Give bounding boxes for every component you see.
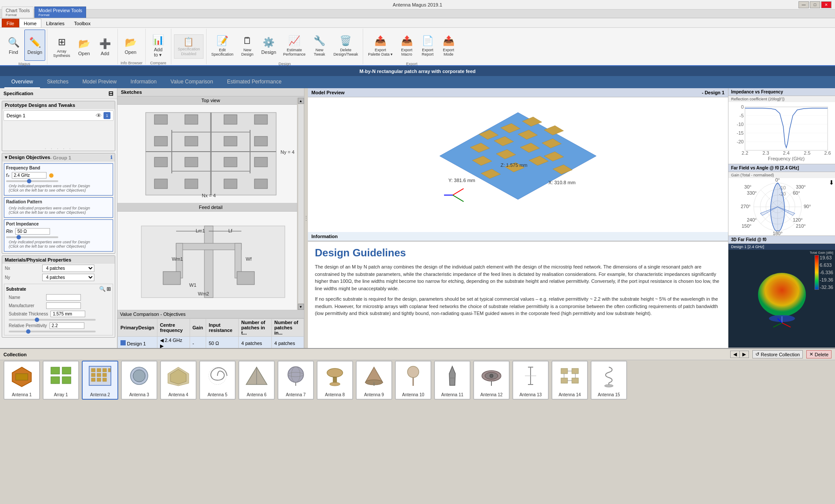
antenna-item-8[interactable]: Antenna 8 [317, 361, 353, 400]
antenna-item-7[interactable]: Antenna 7 [277, 361, 314, 400]
objectives-info-icon[interactable]: ℹ [110, 155, 112, 160]
antenna-thumb-1 [9, 363, 34, 388]
tab-information[interactable]: Information [124, 76, 164, 88]
restore-collection-button[interactable]: ↺ Restore Collection [752, 350, 803, 358]
tab-overview[interactable]: Overview [4, 76, 40, 88]
thickness-input[interactable] [50, 311, 85, 317]
substrate-manufacturer-input[interactable] [46, 302, 81, 309]
design-badge: 1 [104, 112, 110, 119]
svg-rect-31 [176, 243, 241, 250]
nx-select[interactable]: 4 patches [42, 265, 94, 272]
antenna-item-5[interactable]: Antenna 5 [199, 361, 236, 400]
antenna-item-14[interactable]: Antenna 14 [551, 361, 588, 400]
svg-text:60°: 60° [793, 190, 800, 196]
new-design-button[interactable]: 🗒 NewDesign [237, 30, 257, 61]
specification-disabled-button[interactable]: 📋 SpecificationDisabled [174, 34, 204, 59]
sketch-scrollbar[interactable]: ▲ ▼ [297, 98, 304, 310]
frequency-input[interactable] [12, 172, 47, 179]
antenna-item-10[interactable]: Antenna 10 [395, 361, 431, 400]
design-1-item[interactable]: Design 1 👁 1 [3, 110, 114, 121]
antenna-item-1[interactable]: Antenna 1 [3, 361, 40, 400]
window-controls[interactable]: — □ ✕ [798, 1, 832, 8]
antenna-item-4[interactable]: Antenna 4 [160, 361, 197, 400]
permittivity-slider[interactable] [9, 331, 96, 332]
tab-model-preview[interactable]: Model Preview [75, 76, 124, 88]
substrate-add-icon[interactable]: ⊞ [107, 286, 111, 292]
antenna-label-12: Antenna 12 [480, 392, 502, 397]
minimize-button[interactable]: — [798, 1, 809, 8]
export-macro-button[interactable]: 📤 ExportMacro [397, 30, 417, 61]
open-button[interactable]: 📂 Open [74, 31, 94, 62]
tab-home[interactable]: Home [19, 19, 41, 27]
delete-collection-button[interactable]: ✕ Delete [806, 350, 832, 358]
svg-rect-124 [97, 373, 101, 377]
export-palette-button[interactable]: 📤 ExportPalette Data ▾ [365, 30, 396, 61]
tab-estimated-performance[interactable]: Estimated Performance [220, 76, 288, 88]
permittivity-input[interactable] [50, 322, 84, 329]
antenna-item-3[interactable]: Antenna 3 [121, 361, 157, 400]
svg-rect-30 [204, 226, 213, 298]
find-button[interactable]: 🔍 Find [3, 30, 23, 61]
info-open-button[interactable]: 📂 Open [120, 30, 140, 61]
information-header: Information [308, 232, 728, 241]
tab-toolbox[interactable]: Toolbox [69, 19, 95, 27]
close-button[interactable]: ✕ [821, 1, 832, 8]
specification-header: Specification ⊟ [0, 88, 117, 99]
antenna-label-10: Antenna 10 [402, 392, 424, 397]
charts-panel: Impedance vs Frequency Reflection coeffi… [728, 88, 835, 348]
delete-design-button[interactable]: 🗑️ DeleteDesign/Tweak [331, 30, 361, 61]
edit-specification-button[interactable]: 📝 EditSpecification [208, 30, 237, 61]
port-label: Port Impedance [6, 222, 111, 227]
info-content[interactable]: Design Guidelines The design of an M by … [308, 241, 728, 348]
antenna-item-12[interactable]: Antenna 12 [473, 361, 510, 400]
collection-prev[interactable]: ◀ [731, 351, 740, 358]
collection-next[interactable]: ▶ [740, 351, 748, 358]
export-report-button[interactable]: 📄 ExportReport [418, 30, 438, 61]
antenna-item-2[interactable]: Antenna 2 [82, 361, 118, 400]
collection-bar: Collection ◀ ▶ ↺ Restore Collection ✕ De… [0, 348, 835, 400]
svg-rect-17 [224, 136, 237, 146]
export-mode-button[interactable]: 📤 ExportMode [438, 30, 458, 61]
tab-sketches[interactable]: Sketches [40, 76, 75, 88]
chart-tools-tab[interactable]: Chart Tools Format [2, 7, 33, 18]
tab-file[interactable]: File [2, 19, 19, 27]
antenna-item-6[interactable]: Antenna 6 [238, 361, 275, 400]
impedance-chart-section: Impedance vs Frequency Reflection coeffi… [728, 88, 835, 164]
design-button[interactable]: ✏️ Design [24, 30, 45, 61]
thickness-slider[interactable] [9, 319, 96, 321]
add-to-button[interactable]: 📊 Addto ▾ [148, 30, 168, 61]
collection-nav[interactable]: ◀ ▶ [730, 351, 749, 358]
rin-slider[interactable] [6, 236, 58, 238]
estimate-performance-button[interactable]: 📈 EstimatePerformance [280, 30, 309, 61]
antenna-thumb-3 [127, 363, 152, 388]
far-field-chart-section: Far Field vs Angle @ f0 [2.4 GHz] Gain (… [728, 164, 835, 236]
antenna-label-5: Antenna 5 [207, 392, 227, 397]
antenna-item-15[interactable]: Antenna 15 [591, 361, 627, 400]
antenna-item-array1[interactable]: Array 1 [43, 361, 79, 400]
substrate-search-icon[interactable]: 🔍 [99, 286, 106, 292]
maximize-button[interactable]: □ [810, 1, 820, 8]
svg-line-64 [453, 189, 464, 195]
svg-text:Wm2: Wm2 [198, 291, 209, 296]
antenna-thumb-4 [166, 363, 191, 388]
antenna-item-9[interactable]: Antenna 9 [356, 361, 392, 400]
download-icon[interactable]: ⬇ [829, 179, 834, 186]
eye-icon[interactable]: 👁 [96, 112, 102, 119]
value-comparison-section: Value Comparison - Objectives PrimaryDes… [117, 310, 304, 348]
new-tweak-button[interactable]: 🔧 NewTweak [310, 30, 330, 61]
antenna-item-11[interactable]: Antenna 11 [434, 361, 471, 400]
model-preview-tools-tab[interactable]: Model Preview Tools Format [34, 7, 86, 18]
freq-slider[interactable] [6, 180, 58, 182]
array-synthesis-button[interactable]: ⊞ ArraySynthesis [50, 31, 73, 62]
spec-scroll[interactable]: Prototype Designs and Tweaks Design 1 👁 … [0, 99, 117, 348]
design-action-button[interactable]: ⚙️ Design [258, 30, 279, 61]
collection-scroll: Antenna 1 Array 1 [0, 360, 835, 400]
tab-value-comparison[interactable]: Value Comparison [164, 76, 220, 88]
tab-libraries[interactable]: Libraries [41, 19, 69, 27]
rin-input[interactable] [15, 228, 50, 235]
freq-label: Frequency Band [6, 166, 111, 171]
ny-select[interactable]: 4 patches [42, 274, 94, 281]
antenna-item-13[interactable]: Antenna 13 [512, 361, 549, 400]
substrate-name-input[interactable] [46, 294, 81, 301]
add-button[interactable]: ➕ Add [95, 31, 115, 62]
